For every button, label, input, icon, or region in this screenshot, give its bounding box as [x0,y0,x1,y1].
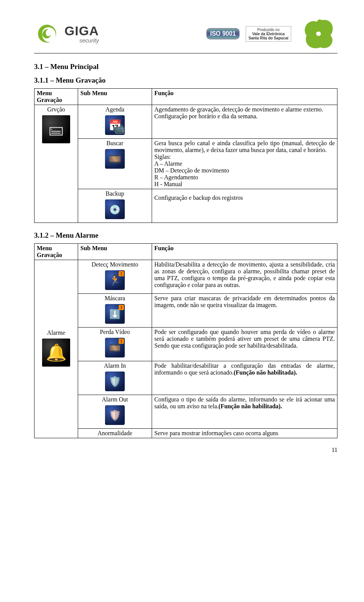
table-row: Perda Vídeo ! Pode ser configurado que q… [35,328,337,361]
decorative-blob-icon [300,17,337,51]
menu-label-grvcao: Grvção [47,106,65,113]
page-header: GIGA security ISO 9001 Produzido no Vale… [34,17,337,51]
section-heading-gravacao: 3.1.1 – Menu Gravação [34,76,337,85]
table-row: Anormalidade Serve para mostrar informaç… [35,429,337,438]
deteccao-movimento-icon: ! [104,270,126,291]
section-heading-principal: 3.1 – Menu Principal [34,63,337,71]
sigla-h: H - Manual [154,181,182,187]
table-row: Alarme Detecç Movimento ! Habilita/Desab… [35,260,337,294]
brand-logo-icon [34,22,61,45]
iso-text: ISO 9001 [206,28,240,39]
origin-line1: Produzido no [248,28,289,32]
brand-name: GIGA [64,24,99,37]
table-row: Máscara ! Serve para criar mascaras de p… [35,294,337,328]
submenu-label: Alarm In [80,362,149,369]
page-number: 11 [34,447,337,453]
siglas-label: Siglas: [154,154,171,160]
submenu-label: Alarm Out [80,396,149,403]
submenu-label: Detecç Movimento [80,261,149,268]
submenu-label: Backup [80,190,149,197]
func-text: Pode ser configurado que quando houver u… [154,329,335,349]
table-row: Grvção Agenda Agendamento de gravação, d… [35,105,337,139]
func-text: Habilita/Desabilita a detecção de movime… [154,261,335,288]
mascara-icon: ! [104,303,126,325]
header-divider [34,53,337,53]
brand-subtitle: security [64,37,99,44]
sigla-dm: DM – Detecção de movimento [154,167,229,174]
func-text: Agendamento de gravação, detecção de mov… [154,106,323,113]
func-text-extra: Configuração por horário e dia da semana… [154,113,257,119]
origin-badge: Produzido no Vale da Eletrônica Santa Ri… [246,26,291,42]
perda-video-icon: ! [104,337,126,358]
menu-label-alarme: Alarme [47,329,65,336]
func-text: Serve para mostrar informações caso ocor… [154,430,278,436]
func-text: Configuração e backup dos registros [154,194,243,201]
col-header-menu: Menu Gravação [35,244,78,260]
submenu-label: Agenda [80,106,149,113]
origin-line3: Santa Rita do Sapucaí [248,36,289,40]
buscar-icon [104,148,126,169]
submenu-label: Anormalidade [80,430,149,437]
submenu-label: Buscar [80,140,149,147]
menu-gravacao-icon [41,114,71,144]
sigla-r: R – Agendamento [154,174,198,180]
col-header-funcao: Função [152,89,337,105]
submenu-label: Máscara [80,295,149,302]
table-row: Backup Configuração e backup dos registr… [35,189,337,223]
origin-line2: Vale da Eletrônica [248,32,289,36]
section-heading-alarme: 3.1.2 – Menu Alarme [34,231,337,240]
brand-text-block: GIGA security [64,24,99,44]
iso-badge: ISO 9001 [204,24,242,43]
sigla-a: A – Alarme [154,160,182,167]
table-gravacao: Menu Gravação Sub Menu Função Grvção Age… [34,88,337,223]
col-header-funcao: Função [152,244,337,260]
backup-icon [104,199,126,220]
col-header-menu: Menu Gravação [35,89,78,105]
func-text: Serve para criar mascaras de privacidade… [154,295,335,308]
func-text: Gera busca pelo canal e ainda classifica… [154,140,335,153]
alarm-in-icon [104,371,126,392]
func-disabled-note: (Função não habilitada). [218,403,282,409]
col-header-submenu: Sub Menu [78,89,152,105]
col-header-submenu: Sub Menu [78,244,152,260]
table-row: Buscar Gera busca pelo canal e ainda cla… [35,139,337,189]
alarm-out-icon [104,404,126,426]
func-disabled-note: (Função não habilitada). [234,369,297,376]
menu-alarme-icon [41,338,71,367]
table-row: Alarm In Pode habilitar/desabilitar a co… [35,361,337,395]
agenda-icon [104,114,126,136]
table-row: Alarm Out Configura o tipo de saída do a… [35,395,337,429]
table-alarme: Menu Gravação Sub Menu Função Alarme Det… [34,243,337,438]
submenu-label: Perda Vídeo [80,329,149,335]
